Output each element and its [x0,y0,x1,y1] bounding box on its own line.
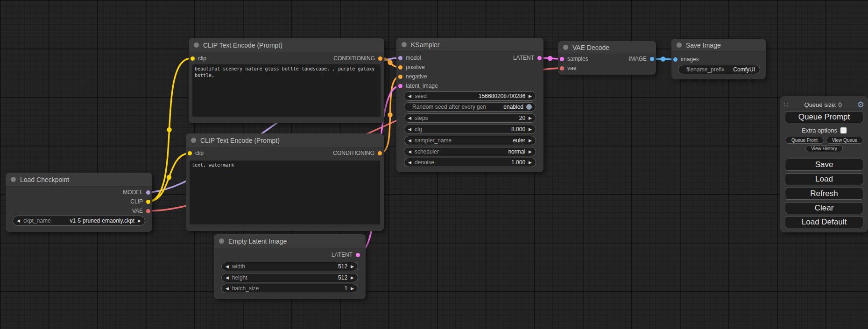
save-image-node: Save Image images filename_prefix ComfyU… [671,39,766,79]
steps-widget[interactable]: ◀ steps 20 ▶ [404,113,536,123]
node-graph-canvas[interactable]: Load Checkpoint MODEL CLIP VAE ◀ ckpt_na… [0,0,868,329]
decrement-arrow-icon[interactable]: ◀ [408,150,411,154]
vae-input-dot[interactable] [560,66,564,70]
images-input-dot[interactable] [673,57,677,62]
collapse-dot-icon[interactable] [219,238,224,244]
prompt-textarea[interactable]: text, watermark [190,161,380,224]
filename-prefix-widget[interactable]: filename_prefix ComfyUI [678,65,760,74]
increment-arrow-icon[interactable]: ▶ [351,287,354,291]
denoise-widget[interactable]: ◀ denoise 1.000 ▶ [404,158,536,167]
link-midpoint-dot[interactable] [167,175,171,180]
widget-value: 1.000 [511,159,525,166]
link-midpoint-dot[interactable] [388,60,392,65]
latent-output-dot[interactable] [537,56,542,60]
link-midpoint-dot[interactable] [661,56,665,61]
extra-options-checkbox[interactable] [840,127,847,133]
node-title-bar[interactable]: VAE Decode [558,41,656,54]
clip-input-dot[interactable] [191,56,195,61]
sampler-name-widget[interactable]: ◀ sampler_name euler ▶ [404,136,536,145]
collapse-dot-icon[interactable] [677,42,682,48]
decrement-arrow-icon[interactable]: ◀ [17,219,20,223]
widget-label: scheduler [415,148,439,155]
batch-size-widget[interactable]: ◀ batch_size 1 ▶ [221,284,358,293]
increment-arrow-icon[interactable]: ▶ [529,161,532,165]
decrement-arrow-icon[interactable]: ◀ [226,265,229,269]
extra-options-label: Extra options [802,127,837,134]
latent-image-input-dot[interactable] [398,84,402,88]
model-output-dot[interactable] [146,190,150,195]
widget-value: 1 [344,285,347,292]
seed-widget[interactable]: ◀ seed 156680208700286 ▶ [404,91,536,101]
image-output-dot[interactable] [650,57,654,61]
node-title-bar[interactable]: CLIP Text Encode (Prompt) [189,38,384,52]
view-history-button[interactable]: View History [805,145,843,152]
decrement-arrow-icon[interactable]: ◀ [226,276,229,280]
negative-input-dot[interactable] [398,75,402,79]
gear-icon[interactable]: ⚙ [857,101,864,109]
vae-output-dot[interactable] [146,209,150,213]
width-widget[interactable]: ◀ width 512 ▶ [221,262,358,271]
increment-arrow-icon[interactable]: ▶ [529,127,532,132]
decrement-arrow-icon[interactable]: ◀ [408,139,411,143]
increment-arrow-icon[interactable]: ▶ [529,116,532,120]
increment-arrow-icon[interactable]: ▶ [529,94,532,98]
slot-label: clip [195,150,204,156]
link-midpoint-dot[interactable] [388,112,392,117]
increment-arrow-icon[interactable]: ▶ [351,265,354,269]
widget-label: cfg [415,126,422,133]
link-midpoint-dot[interactable] [548,56,552,61]
widget-label: width [232,263,245,270]
clear-button[interactable]: Clear [785,202,863,214]
collapse-dot-icon[interactable] [191,138,196,143]
drag-handle-icon[interactable]: ∷ [784,100,789,109]
increment-arrow-icon[interactable]: ▶ [138,219,141,223]
latent-output-dot[interactable] [356,253,360,257]
samples-input-dot[interactable] [560,57,564,61]
cfg-widget[interactable]: ◀ cfg 8.000 ▶ [404,125,536,134]
toggle-on-icon[interactable] [526,104,532,110]
collapse-dot-icon[interactable] [402,42,407,47]
widget-label: height [232,274,247,281]
refresh-button[interactable]: Refresh [785,188,863,200]
ckpt-name-widget[interactable]: ◀ ckpt_name v1-5-pruned-emaonly.ckpt ▶ [13,216,145,226]
scheduler-widget[interactable]: ◀ scheduler normal ▶ [404,147,536,156]
link-midpoint-dot[interactable] [167,127,171,132]
decrement-arrow-icon[interactable]: ◀ [408,116,411,120]
prompt-textarea[interactable]: beautiful scenery nature glass bottle la… [192,64,381,117]
load-button[interactable]: Load [785,173,863,185]
node-title-bar[interactable]: Empty Latent Image [214,234,366,248]
queue-front-button[interactable]: Queue Front [785,137,824,144]
slot-label: CONDITIONING [333,150,374,156]
decrement-arrow-icon[interactable]: ◀ [408,127,411,132]
increment-arrow-icon[interactable]: ▶ [351,276,354,280]
slot-label: CLIP [130,198,143,205]
load-default-button[interactable]: Load Default [785,216,863,228]
widget-label: Random seed after every gen [412,104,486,110]
node-title-bar[interactable]: Load Checkpoint [6,173,152,187]
increment-arrow-icon[interactable]: ▶ [529,150,532,154]
collapse-dot-icon[interactable] [194,42,199,48]
collapse-dot-icon[interactable] [563,45,568,50]
node-title-bar[interactable]: Save Image [671,39,766,52]
conditioning-output-dot[interactable] [378,56,382,61]
node-title-bar[interactable]: CLIP Text Encode (Prompt) [186,133,384,147]
random-seed-toggle-widget[interactable]: Random seed after every gen enabled [404,102,536,112]
output-slot-latent: LATENT [513,53,542,63]
model-input-dot[interactable] [398,56,402,60]
node-title-bar[interactable]: KSampler [396,38,543,52]
collapse-dot-icon[interactable] [11,177,16,182]
height-widget[interactable]: ◀ height 512 ▶ [221,273,358,282]
ksampler-node: KSampler model positive negative latent_… [396,38,543,172]
queue-prompt-button[interactable]: Queue Prompt [785,111,863,123]
view-queue-button[interactable]: View Queue [826,137,863,144]
clip-input-dot[interactable] [188,151,192,155]
decrement-arrow-icon[interactable]: ◀ [408,94,411,98]
positive-input-dot[interactable] [398,65,402,70]
save-button[interactable]: Save [785,159,863,171]
decrement-arrow-icon[interactable]: ◀ [408,161,411,165]
increment-arrow-icon[interactable]: ▶ [529,139,532,143]
conditioning-output-dot[interactable] [378,151,382,155]
clip-output-dot[interactable] [146,200,150,204]
input-slot-clip: clip [188,148,204,158]
decrement-arrow-icon[interactable]: ◀ [226,287,229,291]
